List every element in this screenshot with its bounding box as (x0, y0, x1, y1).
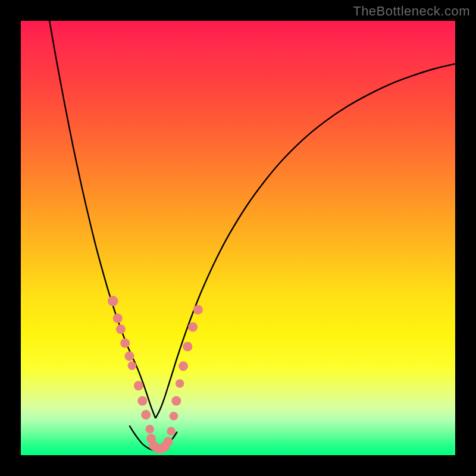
data-marker (167, 427, 176, 436)
data-marker (137, 396, 147, 406)
data-marker (176, 379, 184, 388)
data-marker (171, 396, 181, 406)
data-marker (188, 322, 198, 332)
data-marker (146, 425, 155, 434)
plot-area (21, 21, 455, 455)
data-marker (193, 305, 203, 314)
data-marker (116, 324, 126, 334)
data-marker (170, 412, 178, 421)
watermark-text: TheBottleneck.com (353, 4, 470, 19)
data-marker (113, 314, 123, 323)
data-marker (141, 410, 151, 419)
marker-group (108, 296, 203, 453)
data-marker (163, 437, 173, 446)
chart-svg (21, 21, 455, 455)
data-marker (178, 361, 188, 371)
data-marker (120, 339, 130, 348)
data-marker (134, 381, 143, 390)
data-marker (183, 342, 192, 351)
data-marker (124, 352, 134, 361)
chart-frame: TheBottleneck.com (0, 0, 476, 476)
data-marker (108, 296, 118, 306)
curve-left-arm (49, 21, 155, 418)
curve-right-arm (155, 64, 455, 418)
data-marker (128, 361, 137, 370)
